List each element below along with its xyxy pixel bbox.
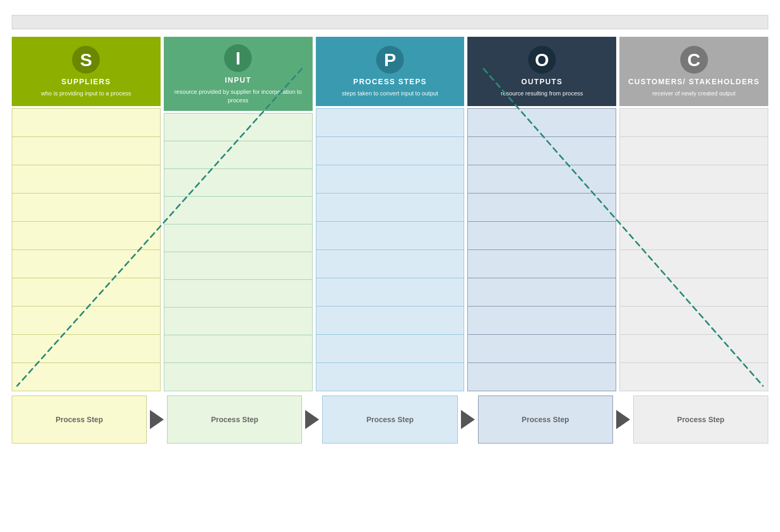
table-row — [620, 222, 768, 250]
table-row — [12, 137, 160, 165]
letter-o: O — [528, 46, 556, 74]
header-i: IINPUTresource provided by supplier for … — [164, 37, 313, 111]
table-row — [164, 169, 312, 197]
sipoc-layout: SSUPPLIERSwho is providing input to a pr… — [12, 37, 768, 444]
col-title-p: PROCESS STEPS — [353, 77, 427, 86]
data-grid-o — [467, 108, 616, 391]
table-row — [316, 137, 464, 165]
table-row — [468, 165, 616, 194]
header-o: OOUTPUTSresource resulting from process — [467, 37, 616, 106]
column-i: IINPUTresource provided by supplier for … — [164, 37, 313, 391]
table-row — [12, 165, 160, 194]
table-row — [164, 224, 312, 252]
table-row — [620, 307, 768, 335]
arrow-2 — [458, 396, 478, 444]
table-row — [12, 222, 160, 250]
table-row — [620, 109, 768, 137]
arrow-shape-3 — [616, 410, 630, 429]
table-row — [620, 194, 768, 222]
table-row — [12, 307, 160, 335]
table-row — [316, 109, 464, 137]
arrow-1 — [302, 396, 322, 444]
table-row — [620, 250, 768, 278]
data-grid-p — [316, 108, 465, 391]
arrow-3 — [613, 396, 633, 444]
letter-i: I — [224, 44, 252, 72]
arrow-shape-2 — [461, 410, 475, 429]
letter-p: P — [376, 46, 404, 74]
header-s: SSUPPLIERSwho is providing input to a pr… — [12, 37, 161, 106]
data-grid-i — [164, 113, 313, 391]
table-row — [468, 363, 616, 391]
process-title-input[interactable] — [23, 18, 761, 26]
table-row — [164, 141, 312, 169]
process-step-p: Process Step — [322, 396, 457, 444]
table-row — [468, 250, 616, 278]
letter-s: S — [72, 46, 100, 74]
table-row — [468, 335, 616, 363]
table-row — [164, 280, 312, 308]
table-row — [620, 137, 768, 165]
letter-c: C — [680, 46, 708, 74]
process-step-s: Process Step — [12, 396, 147, 444]
table-row — [620, 278, 768, 307]
header-p: PPROCESS STEPSsteps taken to convert inp… — [316, 37, 465, 106]
col-title-i: INPUT — [225, 75, 251, 85]
col-desc-i: resource provided by supplier for incorp… — [169, 88, 307, 104]
process-steps-row: Process StepProcess StepProcess StepProc… — [12, 396, 768, 444]
arrow-0 — [147, 396, 167, 444]
table-row — [164, 197, 312, 224]
header-c: CCUSTOMERS/ STAKEHOLDERSreceiver of newl… — [619, 37, 768, 106]
table-row — [468, 222, 616, 250]
process-step-o: Process Step — [478, 396, 613, 444]
table-row — [316, 307, 464, 335]
table-row — [164, 252, 312, 280]
columns-wrapper: SSUPPLIERSwho is providing input to a pr… — [12, 37, 768, 391]
table-row — [164, 335, 312, 363]
table-row — [468, 137, 616, 165]
col-title-s: SUPPLIERS — [61, 77, 111, 86]
col-desc-s: who is providing input to a process — [41, 90, 131, 98]
table-row — [316, 222, 464, 250]
table-row — [316, 194, 464, 222]
table-row — [12, 109, 160, 137]
data-grid-s — [12, 108, 161, 391]
col-desc-p: steps taken to convert input to output — [342, 90, 438, 98]
col-desc-c: receiver of newly created output — [652, 90, 736, 98]
table-row — [468, 278, 616, 307]
table-row — [468, 307, 616, 335]
table-row — [316, 363, 464, 391]
table-row — [12, 363, 160, 391]
table-row — [468, 194, 616, 222]
process-step-i: Process Step — [167, 396, 302, 444]
column-s: SSUPPLIERSwho is providing input to a pr… — [12, 37, 161, 391]
table-row — [164, 363, 312, 391]
process-title-bar — [12, 15, 768, 29]
table-row — [620, 363, 768, 391]
table-row — [316, 165, 464, 194]
table-row — [620, 165, 768, 194]
table-row — [12, 250, 160, 278]
table-row — [468, 109, 616, 137]
table-row — [620, 335, 768, 363]
table-row — [164, 308, 312, 335]
table-row — [12, 194, 160, 222]
column-p: PPROCESS STEPSsteps taken to convert inp… — [316, 37, 465, 391]
arrow-shape-1 — [305, 410, 319, 429]
col-title-o: OUTPUTS — [521, 77, 562, 86]
table-row — [316, 335, 464, 363]
column-c: CCUSTOMERS/ STAKEHOLDERSreceiver of newl… — [619, 37, 768, 391]
table-row — [316, 250, 464, 278]
table-row — [12, 278, 160, 307]
table-row — [164, 114, 312, 141]
process-step-c: Process Step — [633, 396, 768, 444]
col-desc-o: resource resulting from process — [501, 90, 583, 98]
col-title-c: CUSTOMERS/ STAKEHOLDERS — [628, 77, 759, 86]
column-o: OOUTPUTSresource resulting from process — [467, 37, 616, 391]
table-row — [12, 335, 160, 363]
data-grid-c — [619, 108, 768, 391]
arrow-shape-0 — [150, 410, 164, 429]
table-row — [316, 278, 464, 307]
